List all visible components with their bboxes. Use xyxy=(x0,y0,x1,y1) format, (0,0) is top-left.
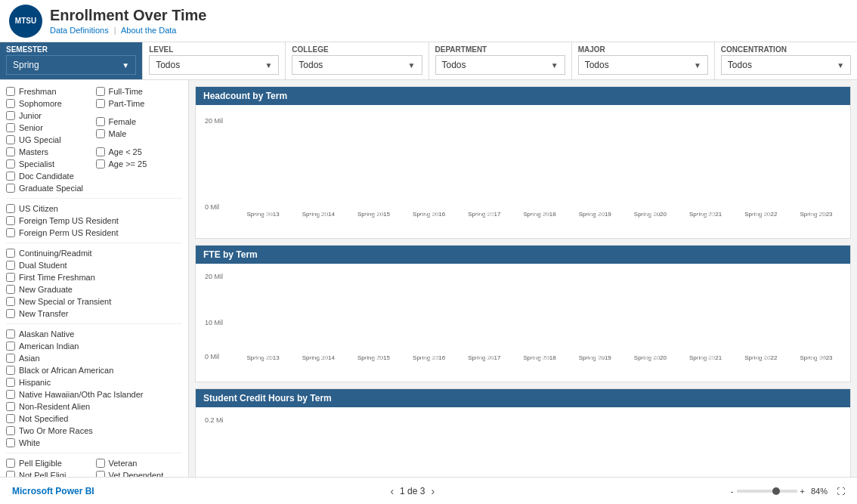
checkbox-foreign-temp[interactable]: Foreign Temp US Resident xyxy=(6,215,182,226)
checkbox-vet-dependent[interactable]: Vet Dependent xyxy=(96,470,183,477)
headcount-chart-title: Headcount by Term xyxy=(196,87,850,105)
checkbox-foreign-perm[interactable]: Foreign Perm US Resident xyxy=(6,227,182,238)
fte-y-top: 20 Mil xyxy=(205,273,223,280)
headcount-chart-body: 20 Mil 0 Mil 23.022 21.648 xyxy=(196,105,850,238)
checkbox-specialist[interactable]: Specialist xyxy=(6,159,93,169)
zoom-level: 84% xyxy=(811,487,828,496)
checkbox-graduate-special[interactable]: Graduate Special xyxy=(6,183,93,193)
zoom-plus-icon[interactable]: + xyxy=(800,487,805,496)
filter-college: College Todos ▼ xyxy=(286,42,428,79)
checkbox-white[interactable]: White xyxy=(6,438,182,448)
checkbox-not-pell[interactable]: Not Pell Eligi... xyxy=(6,470,93,477)
checkbox-continuing[interactable]: Continuing/Readmit xyxy=(6,248,182,258)
veteran-col: Veteran Vet Dependent xyxy=(96,458,183,477)
bar-value-2016: 20.903 xyxy=(403,211,456,218)
checkbox-senior[interactable]: Senior xyxy=(6,122,93,133)
checkbox-doc-candidate[interactable]: Doc Candidate xyxy=(6,171,93,181)
pell-col: Pell Eligible Not Pell Eligi... xyxy=(6,458,93,477)
headcount-y-top: 20 Mil xyxy=(205,117,223,125)
checkbox-dual-student[interactable]: Dual Student xyxy=(6,260,182,271)
header: MTSU Enrollment Over Time Data Definitio… xyxy=(0,0,857,42)
headcount-chart-section: Headcount by Term 20 Mil 0 Mil 23.022 xyxy=(195,86,851,239)
next-page-button[interactable]: › xyxy=(431,485,435,497)
enrollment-type-col: Full-Time Part-Time Female Male Age < 25… xyxy=(96,86,183,193)
checkbox-masters[interactable]: Masters xyxy=(6,147,93,157)
checkbox-freshman[interactable]: Freshman xyxy=(6,86,93,97)
about-data-link[interactable]: About the Data xyxy=(121,26,176,35)
checkbox-first-time-freshman[interactable]: First Time Freshman xyxy=(6,272,182,283)
checkbox-new-transfer[interactable]: New Transfer xyxy=(6,308,182,319)
checkbox-new-special[interactable]: New Special or Transient xyxy=(6,296,182,307)
footer-nav: ‹ 1 de 3 › xyxy=(390,485,435,497)
checkbox-pell-eligible[interactable]: Pell Eligible xyxy=(6,458,93,468)
credits-chart-section: Student Credit Hours by Term 0.2 Mi 0.0 … xyxy=(195,388,851,477)
filter-department-select[interactable]: Todos ▼ xyxy=(435,55,565,75)
filter-semester: Semester Spring ▼ xyxy=(0,42,143,79)
filter-major-select[interactable]: Todos ▼ xyxy=(578,55,708,75)
chevron-down-icon: ▼ xyxy=(265,61,272,70)
footer-zoom-area: - + 84% ⛶ xyxy=(731,487,845,496)
checkbox-non-resident-alien[interactable]: Non-Resident Alien xyxy=(6,401,182,412)
checkbox-black[interactable]: Black or African American xyxy=(6,365,182,376)
checkbox-asian[interactable]: Asian xyxy=(6,353,182,363)
chevron-down-icon: ▼ xyxy=(408,61,416,70)
filter-semester-label: Semester xyxy=(6,45,136,54)
filter-college-label: College xyxy=(292,45,422,54)
bar-value-2023: 18.344 xyxy=(790,211,843,218)
checkbox-alaskan[interactable]: Alaskan Native xyxy=(6,329,182,339)
checkbox-age-over-25[interactable]: Age >= 25 xyxy=(96,159,183,169)
filter-concentration-select[interactable]: Todos ▼ xyxy=(721,55,851,75)
filter-major-label: Major xyxy=(578,45,708,54)
checkbox-female[interactable]: Female xyxy=(96,116,183,127)
checkbox-ug-special[interactable]: UG Special xyxy=(6,135,93,145)
filter-semester-value: Spring xyxy=(13,60,39,70)
prev-page-button[interactable]: ‹ xyxy=(390,485,394,497)
bar-value-2019: 19.700 xyxy=(568,211,621,218)
filter-semester-select[interactable]: Spring ▼ xyxy=(6,55,136,75)
checkbox-native-hawaiian[interactable]: Native Hawaiian/Oth Pac Islander xyxy=(6,389,182,400)
bar-value-2015: 21.283 xyxy=(347,211,400,218)
main-container: MTSU Enrollment Over Time Data Definitio… xyxy=(0,0,857,504)
bar-value-2020: 19.897 xyxy=(623,211,676,218)
checkbox-veteran[interactable]: Veteran xyxy=(96,458,183,468)
data-definitions-link[interactable]: Data Definitions xyxy=(50,26,109,35)
credits-y-top: 0.2 Mi xyxy=(205,416,224,424)
checkbox-junior[interactable]: Junior xyxy=(6,110,93,121)
fte-y-mid: 10 Mil xyxy=(205,319,223,326)
headcount-y-bottom: 0 Mil xyxy=(205,203,219,211)
power-bi-brand[interactable]: Microsoft Power BI xyxy=(12,486,94,496)
checkbox-new-graduate[interactable]: New Graduate xyxy=(6,284,182,295)
page-indicator: 1 de 3 xyxy=(400,486,425,496)
checkbox-two-or-more[interactable]: Two Or More Races xyxy=(6,425,182,436)
bar-value-2021: 20.216 xyxy=(679,211,732,218)
zoom-minus-icon[interactable]: - xyxy=(731,487,734,496)
chevron-down-icon: ▼ xyxy=(837,61,844,70)
page-title: Enrollment Over Time xyxy=(50,7,206,24)
logo-area: MTSU Enrollment Over Time Data Definitio… xyxy=(9,5,206,38)
checkbox-american-indian[interactable]: American Indian xyxy=(6,341,182,351)
fullscreen-icon[interactable]: ⛶ xyxy=(837,487,845,496)
zoom-slider[interactable] xyxy=(737,490,797,493)
chevron-down-icon: ▼ xyxy=(694,61,701,70)
checkbox-part-time[interactable]: Part-Time xyxy=(96,98,183,109)
chevron-down-icon: ▼ xyxy=(122,61,129,70)
bar-value-2013: 23.022 xyxy=(237,211,289,218)
checkbox-us-citizen[interactable]: US Citizen xyxy=(6,203,182,214)
filter-college-select[interactable]: Todos ▼ xyxy=(292,55,422,75)
sidebar: Freshman Sophomore Junior Senior UG Spec… xyxy=(0,80,189,477)
bar-value-2018: 20.062 xyxy=(513,211,566,218)
checkbox-sophomore[interactable]: Sophomore xyxy=(6,98,93,109)
fte-chart-title: FTE by Term xyxy=(196,246,850,264)
credits-chart-body: 0.2 Mi 0.0 Mi 274.058 257.740 254.183 24… xyxy=(196,407,850,477)
filter-concentration-value: Todos xyxy=(728,60,752,70)
checkbox-age-under-25[interactable]: Age < 25 xyxy=(96,147,183,157)
filter-concentration-label: Concentration xyxy=(721,45,851,54)
filter-level-select[interactable]: Todos ▼ xyxy=(149,55,279,75)
main-content: Headcount by Term 20 Mil 0 Mil 23.022 xyxy=(189,80,857,477)
checkbox-hispanic[interactable]: Hispanic xyxy=(6,377,182,388)
filter-department-label: Department xyxy=(435,45,565,54)
checkbox-male[interactable]: Male xyxy=(96,128,183,139)
zoom-thumb xyxy=(772,487,780,495)
checkbox-not-specified[interactable]: Not Specified xyxy=(6,413,182,424)
checkbox-full-time[interactable]: Full-Time xyxy=(96,86,183,97)
